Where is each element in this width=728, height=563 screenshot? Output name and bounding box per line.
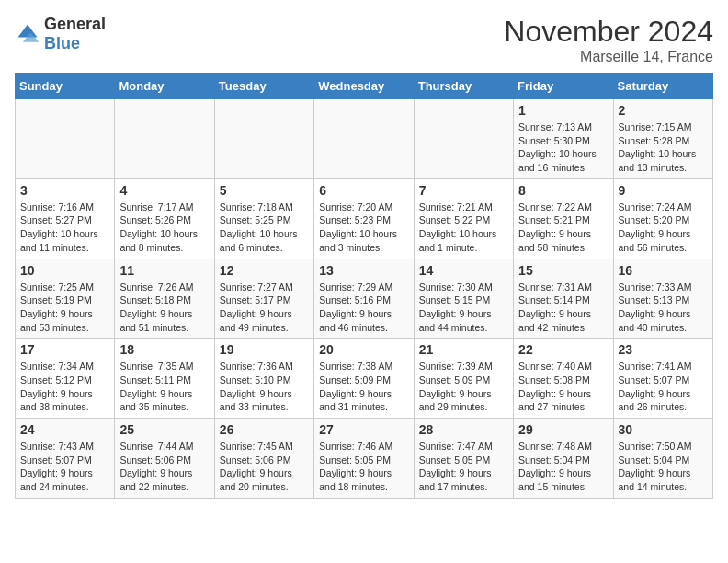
calendar-cell: 9Sunrise: 7:24 AM Sunset: 5:20 PM Daylig… <box>613 178 712 259</box>
calendar-cell: 22Sunrise: 7:40 AM Sunset: 5:08 PM Dayli… <box>514 339 613 419</box>
calendar-cell <box>16 99 115 179</box>
calendar-week-2: 10Sunrise: 7:25 AM Sunset: 5:19 PM Dayli… <box>16 259 713 339</box>
calendar-cell: 7Sunrise: 7:21 AM Sunset: 5:22 PM Daylig… <box>414 178 513 259</box>
calendar-cell: 15Sunrise: 7:31 AM Sunset: 5:14 PM Dayli… <box>514 259 613 339</box>
calendar-cell <box>314 99 414 179</box>
cell-text: Sunrise: 7:27 AM Sunset: 5:17 PM Dayligh… <box>220 281 309 335</box>
day-number: 27 <box>319 422 408 437</box>
svg-marker-0 <box>18 25 38 38</box>
calendar-cell: 23Sunrise: 7:41 AM Sunset: 5:07 PM Dayli… <box>613 339 712 419</box>
header-row: Sunday Monday Tuesday Wednesday Thursday… <box>16 74 713 99</box>
day-number: 15 <box>518 263 608 278</box>
cell-text: Sunrise: 7:22 AM Sunset: 5:21 PM Dayligh… <box>518 201 608 255</box>
calendar-week-4: 24Sunrise: 7:43 AM Sunset: 5:07 PM Dayli… <box>16 419 713 499</box>
header-sunday: Sunday <box>16 74 115 99</box>
day-number: 30 <box>619 422 708 437</box>
day-number: 5 <box>220 183 309 198</box>
cell-text: Sunrise: 7:38 AM Sunset: 5:09 PM Dayligh… <box>319 360 408 414</box>
calendar-cell: 20Sunrise: 7:38 AM Sunset: 5:09 PM Dayli… <box>314 339 414 419</box>
calendar-week-1: 3Sunrise: 7:16 AM Sunset: 5:27 PM Daylig… <box>16 178 713 259</box>
cell-text: Sunrise: 7:45 AM Sunset: 5:06 PM Dayligh… <box>220 440 309 494</box>
day-number: 4 <box>119 183 209 198</box>
day-number: 19 <box>220 342 309 357</box>
calendar-cell: 12Sunrise: 7:27 AM Sunset: 5:17 PM Dayli… <box>214 259 313 339</box>
calendar-cell: 13Sunrise: 7:29 AM Sunset: 5:16 PM Dayli… <box>314 259 414 339</box>
location-title: Marseille 14, France <box>504 49 713 65</box>
calendar-header: Sunday Monday Tuesday Wednesday Thursday… <box>16 74 713 99</box>
calendar-cell: 19Sunrise: 7:36 AM Sunset: 5:10 PM Dayli… <box>214 339 313 419</box>
cell-text: Sunrise: 7:35 AM Sunset: 5:11 PM Dayligh… <box>119 360 209 414</box>
day-number: 13 <box>319 263 408 278</box>
day-number: 7 <box>419 183 508 198</box>
month-title: November 2024 <box>504 15 713 49</box>
header-thursday: Thursday <box>414 74 513 99</box>
header-wednesday: Wednesday <box>314 74 414 99</box>
day-number: 28 <box>419 422 508 437</box>
calendar-cell: 3Sunrise: 7:16 AM Sunset: 5:27 PM Daylig… <box>16 178 115 259</box>
day-number: 23 <box>619 342 708 357</box>
logo-general: General <box>44 15 106 33</box>
header-tuesday: Tuesday <box>214 74 313 99</box>
cell-text: Sunrise: 7:25 AM Sunset: 5:19 PM Dayligh… <box>20 281 109 335</box>
calendar-cell <box>414 99 513 179</box>
calendar-cell: 5Sunrise: 7:18 AM Sunset: 5:25 PM Daylig… <box>214 178 313 259</box>
calendar-cell: 17Sunrise: 7:34 AM Sunset: 5:12 PM Dayli… <box>16 339 115 419</box>
calendar-cell: 14Sunrise: 7:30 AM Sunset: 5:15 PM Dayli… <box>414 259 513 339</box>
calendar-cell <box>115 99 214 179</box>
calendar-week-0: 1Sunrise: 7:13 AM Sunset: 5:30 PM Daylig… <box>16 99 713 179</box>
cell-text: Sunrise: 7:36 AM Sunset: 5:10 PM Dayligh… <box>220 360 309 414</box>
calendar-table: Sunday Monday Tuesday Wednesday Thursday… <box>15 73 713 499</box>
day-number: 3 <box>20 183 109 198</box>
cell-text: Sunrise: 7:34 AM Sunset: 5:12 PM Dayligh… <box>20 360 109 414</box>
cell-text: Sunrise: 7:17 AM Sunset: 5:26 PM Dayligh… <box>119 201 209 255</box>
calendar-cell: 24Sunrise: 7:43 AM Sunset: 5:07 PM Dayli… <box>16 419 115 499</box>
day-number: 10 <box>20 263 109 278</box>
header-friday: Friday <box>514 74 613 99</box>
calendar-cell: 8Sunrise: 7:22 AM Sunset: 5:21 PM Daylig… <box>514 178 613 259</box>
day-number: 6 <box>319 183 408 198</box>
calendar-cell: 1Sunrise: 7:13 AM Sunset: 5:30 PM Daylig… <box>514 99 613 179</box>
day-number: 12 <box>220 263 309 278</box>
cell-text: Sunrise: 7:50 AM Sunset: 5:04 PM Dayligh… <box>619 440 708 494</box>
cell-text: Sunrise: 7:48 AM Sunset: 5:04 PM Dayligh… <box>518 440 608 494</box>
calendar-cell: 21Sunrise: 7:39 AM Sunset: 5:09 PM Dayli… <box>414 339 513 419</box>
logo-icon <box>15 21 40 47</box>
day-number: 22 <box>518 342 608 357</box>
day-number: 16 <box>619 263 708 278</box>
calendar-cell: 18Sunrise: 7:35 AM Sunset: 5:11 PM Dayli… <box>115 339 214 419</box>
cell-text: Sunrise: 7:44 AM Sunset: 5:06 PM Dayligh… <box>119 440 209 494</box>
cell-text: Sunrise: 7:40 AM Sunset: 5:08 PM Dayligh… <box>518 360 608 414</box>
cell-text: Sunrise: 7:13 AM Sunset: 5:30 PM Dayligh… <box>518 121 608 175</box>
calendar-cell: 28Sunrise: 7:47 AM Sunset: 5:05 PM Dayli… <box>414 419 513 499</box>
calendar-cell: 4Sunrise: 7:17 AM Sunset: 5:26 PM Daylig… <box>115 178 214 259</box>
calendar-body: 1Sunrise: 7:13 AM Sunset: 5:30 PM Daylig… <box>16 99 713 499</box>
cell-text: Sunrise: 7:47 AM Sunset: 5:05 PM Dayligh… <box>419 440 508 494</box>
cell-text: Sunrise: 7:46 AM Sunset: 5:05 PM Dayligh… <box>319 440 408 494</box>
cell-text: Sunrise: 7:21 AM Sunset: 5:22 PM Dayligh… <box>419 201 508 255</box>
cell-text: Sunrise: 7:33 AM Sunset: 5:13 PM Dayligh… <box>619 281 708 335</box>
cell-text: Sunrise: 7:16 AM Sunset: 5:27 PM Dayligh… <box>20 201 109 255</box>
day-number: 9 <box>619 183 708 198</box>
day-number: 11 <box>119 263 209 278</box>
calendar-cell: 10Sunrise: 7:25 AM Sunset: 5:19 PM Dayli… <box>16 259 115 339</box>
day-number: 17 <box>20 342 109 357</box>
calendar-cell: 16Sunrise: 7:33 AM Sunset: 5:13 PM Dayli… <box>613 259 712 339</box>
cell-text: Sunrise: 7:15 AM Sunset: 5:28 PM Dayligh… <box>619 121 708 175</box>
cell-text: Sunrise: 7:41 AM Sunset: 5:07 PM Dayligh… <box>619 360 708 414</box>
day-number: 21 <box>419 342 508 357</box>
cell-text: Sunrise: 7:24 AM Sunset: 5:20 PM Dayligh… <box>619 201 708 255</box>
header-saturday: Saturday <box>613 74 712 99</box>
day-number: 18 <box>119 342 209 357</box>
day-number: 26 <box>220 422 309 437</box>
day-number: 24 <box>20 422 109 437</box>
calendar-cell: 6Sunrise: 7:20 AM Sunset: 5:23 PM Daylig… <box>314 178 414 259</box>
cell-text: Sunrise: 7:20 AM Sunset: 5:23 PM Dayligh… <box>319 201 408 255</box>
logo-blue: Blue <box>44 34 80 52</box>
calendar-week-3: 17Sunrise: 7:34 AM Sunset: 5:12 PM Dayli… <box>16 339 713 419</box>
title-area: November 2024 Marseille 14, France <box>504 15 713 65</box>
logo-text: General Blue <box>44 15 106 53</box>
day-number: 2 <box>619 103 708 118</box>
cell-text: Sunrise: 7:31 AM Sunset: 5:14 PM Dayligh… <box>518 281 608 335</box>
cell-text: Sunrise: 7:26 AM Sunset: 5:18 PM Dayligh… <box>119 281 209 335</box>
calendar-cell <box>214 99 313 179</box>
